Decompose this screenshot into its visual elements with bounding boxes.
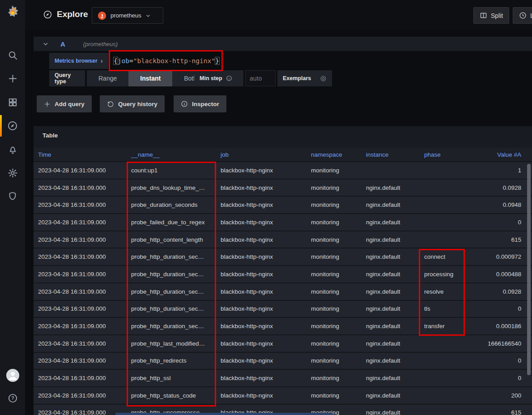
query-history-button[interactable]: Query history <box>100 95 165 112</box>
prometheus-logo-icon <box>98 11 106 20</box>
column-header[interactable]: __name__ <box>127 148 216 161</box>
table-cell: monitoring <box>306 283 362 300</box>
table-cell: monitoring <box>306 353 362 369</box>
search-icon[interactable] <box>0 46 25 64</box>
query-type-range[interactable]: Range <box>87 70 128 86</box>
datasource-picker[interactable]: prometheus <box>92 7 163 24</box>
table-cell: blackbox-http-nginx <box>216 266 306 282</box>
table-cell: 615 <box>465 231 532 248</box>
table-cell: 0.0948 <box>465 197 532 213</box>
explore-compass-icon[interactable] <box>0 117 25 135</box>
table-cell: 0.000972 <box>465 248 532 265</box>
table-cell: 2023-04-28 16:31:09.000 <box>34 180 127 196</box>
table-cell: nginx.default <box>362 214 420 231</box>
query-token-label: job <box>118 57 129 64</box>
column-header[interactable]: instance <box>362 148 420 161</box>
table-cell: blackbox-http-nginx <box>216 214 306 231</box>
collapse-chevron-icon[interactable] <box>43 41 49 47</box>
query-ref-id: A <box>60 40 65 48</box>
query-type-text: Query type <box>55 72 80 85</box>
exemplars-toggle[interactable]: Exemplars <box>277 70 332 86</box>
table-cell: blackbox-http-nginx <box>216 162 306 179</box>
svg-text:?: ? <box>11 395 14 401</box>
table-cell: transfer <box>420 318 465 334</box>
table-cell <box>362 162 420 179</box>
table-row: 2023-04-28 16:31:09.000probe_http_redire… <box>34 353 532 370</box>
table-cell <box>420 214 465 231</box>
table-row: 2023-04-28 16:31:09.000probe_duration_se… <box>34 197 532 214</box>
table-cell: probe_http_content_length <box>127 231 216 248</box>
table-cell: 2023-04-28 16:31:09.000 <box>34 266 127 282</box>
table-cell: monitoring <box>306 197 362 213</box>
promql-query-input[interactable]: {job="blackbox-http-nginx"} <box>111 52 221 69</box>
table-body: 2023-04-28 16:31:09.000count:up1blackbox… <box>34 162 532 415</box>
table-cell: probe_http_duration_sec… <box>127 301 216 317</box>
metrics-browser-label: Metrics browser <box>55 58 98 64</box>
table-cell: 0.0928 <box>465 180 532 196</box>
time-range-button[interactable]: L <box>513 7 532 24</box>
column-header[interactable]: Time <box>34 148 127 161</box>
alerting-bell-icon[interactable] <box>0 141 25 158</box>
table-cell: nginx.default <box>362 318 420 334</box>
table-row: 2023-04-28 16:31:09.000probe_http_status… <box>34 387 532 405</box>
query-history-label: Query history <box>118 101 157 107</box>
user-avatar[interactable] <box>0 366 25 384</box>
table-cell: resolve <box>420 283 465 300</box>
column-header[interactable]: Value #A <box>465 148 532 161</box>
table-row: 2023-04-28 16:31:09.000probe_http_durati… <box>34 248 532 266</box>
dashboards-icon[interactable] <box>0 93 25 111</box>
query-type-toggle: Range Instant Both <box>87 70 209 86</box>
table-cell: nginx.default <box>362 370 420 386</box>
time-range-label: L <box>530 12 532 19</box>
query-type-instant[interactable]: Instant <box>128 70 172 86</box>
grafana-logo[interactable] <box>0 4 25 21</box>
column-header[interactable]: job <box>216 148 306 161</box>
inspector-button[interactable]: Inspector <box>174 95 226 112</box>
min-step-input[interactable]: auto <box>245 70 276 86</box>
split-button[interactable]: Split <box>473 7 509 24</box>
query-row-header[interactable]: A (prometheus) <box>34 37 532 51</box>
table-header-row: Time__name__jobnamespaceinstancephaseVal… <box>34 148 532 162</box>
table-cell: blackbox-http-nginx <box>216 197 306 213</box>
table-cell: nginx.default <box>362 180 420 196</box>
column-header[interactable]: phase <box>420 148 465 161</box>
table-cell: blackbox-http-nginx <box>216 387 306 404</box>
table-cell: probe_http_redirects <box>127 353 216 369</box>
add-query-button[interactable]: Add query <box>37 95 92 112</box>
table-cell: monitoring <box>306 318 362 334</box>
table-cell: 2023-04-28 16:31:09.000 <box>34 197 127 213</box>
column-header[interactable]: namespace <box>306 148 362 161</box>
table-cell: 0.000488 <box>465 266 532 282</box>
table-row: 2023-04-28 16:31:09.000probe_http_durati… <box>34 318 532 335</box>
datasource-name: prometheus <box>111 12 141 19</box>
create-plus-icon[interactable] <box>0 69 25 87</box>
table-cell: 200 <box>465 387 532 404</box>
query-datasource-hint: (prometheus) <box>83 41 118 47</box>
vertical-scrollbar-thumb[interactable] <box>527 164 531 375</box>
settings-gear-icon[interactable] <box>0 164 25 182</box>
table-cell: nginx.default <box>362 283 420 300</box>
horizontal-scrollbar[interactable] <box>115 413 332 415</box>
table-row: 2023-04-28 16:31:09.000probe_http_durati… <box>34 283 532 301</box>
table-cell: 0 <box>465 214 532 231</box>
chevron-right-icon: › <box>101 57 103 64</box>
table-cell: 1666166540 <box>465 335 532 352</box>
history-icon <box>107 100 114 107</box>
table-cell: nginx.default <box>362 405 420 415</box>
table-panel: Table Time__name__jobnamespaceinstanceph… <box>34 126 532 415</box>
chevron-down-icon <box>145 13 151 18</box>
admin-shield-icon[interactable] <box>0 187 25 205</box>
table-cell: probe_http_status_code <box>127 387 216 404</box>
table-cell: blackbox-http-nginx <box>216 231 306 248</box>
table-cell: nginx.default <box>362 353 420 369</box>
table-cell: monitoring <box>306 231 362 248</box>
table-cell: 2023-04-28 16:31:09.000 <box>34 214 127 231</box>
table-cell: nginx.default <box>362 301 420 317</box>
table-cell: tls <box>420 301 465 317</box>
table-cell <box>420 387 465 404</box>
help-icon[interactable]: ? <box>0 389 25 407</box>
table-cell: count:up1 <box>127 162 216 179</box>
table-cell <box>420 335 465 352</box>
metrics-browser-button[interactable]: Metrics browser › <box>49 53 108 69</box>
query-token-open-brace: { <box>114 57 118 64</box>
